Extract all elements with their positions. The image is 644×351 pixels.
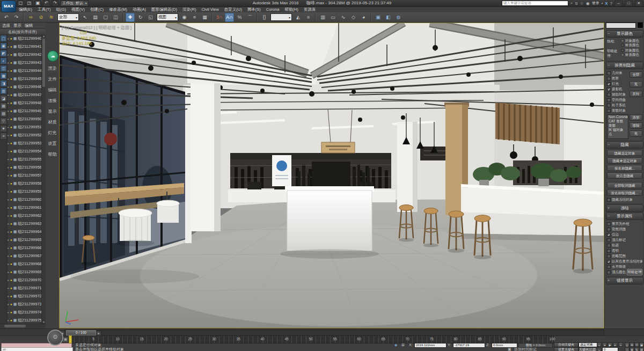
expand-arrow-icon[interactable]: ▸ [8,278,9,282]
scene-object-row[interactable]: ▸●▦组211299972 [8,292,42,300]
scene-object-row[interactable]: ▸●▦组211299968 [8,260,42,268]
render-setup-button[interactable]: ▣ [374,13,383,22]
menu-item-10[interactable]: 自定义(U) [222,6,245,12]
radio-icon[interactable] [621,43,624,47]
expand-arrow-icon[interactable]: ▸ [8,117,9,121]
visibility-dot-icon[interactable]: ● [10,126,12,129]
x-coordinate-field[interactable]: 2019.122mm [414,343,447,348]
display-helpers-icon[interactable]: ▦ [0,72,7,79]
key-mode-toggle-icon[interactable]: « [597,348,602,351]
category-none-button[interactable]: 无 [630,81,642,87]
checkbox-icon[interactable] [607,270,611,274]
checkbox-icon[interactable] [607,244,611,247]
menu-item-1[interactable]: 工具(T) [35,6,54,12]
checkbox-icon[interactable]: ✓ [607,233,611,237]
named-sets-dropdown[interactable]: ▾ [270,13,292,21]
expand-arrow-icon[interactable]: ▸ [8,77,9,81]
chevron-down-icon[interactable]: ▾ [602,2,603,5]
visibility-dot-icon[interactable]: ● [10,61,12,64]
expand-arrow-icon[interactable]: ▸ [8,189,9,193]
category-list-item[interactable]: IK 链对象 [608,128,628,132]
expand-arrow-icon[interactable]: ▸ [8,61,9,64]
scene-object-row[interactable]: ▸●▦组211299942 [8,50,42,58]
lock-icon[interactable]: ⊠ [401,343,405,347]
scene-object-row[interactable]: ▸●▦组211299945 [8,75,42,83]
scene-explorer-vertical-scrollbar[interactable]: ▲ ▼ [41,34,46,324]
scene-object-row[interactable]: ▸●▦组211299966 [8,244,42,252]
checkbox-icon[interactable]: ✓ [607,82,611,86]
viewport-label[interactable]: [+] [ Camera012 ] [ 明暗处理 + 边面 ] [62,24,131,30]
hide-button-2[interactable]: 按名称隐藏... [607,165,642,171]
visibility-dot-icon[interactable]: ● [10,45,12,48]
selection-region-button[interactable]: ▢ [101,13,110,22]
current-frame-field[interactable]: 0 [602,347,618,351]
user-icon[interactable]: ◉ [586,1,590,6]
visibility-dot-icon[interactable]: ● [10,166,12,169]
category-checkbox-row[interactable]: 空间扭曲 [607,97,630,103]
bind-to-space-warp-button[interactable]: ≋ [47,13,56,22]
redo-button[interactable]: ↷ [12,13,21,22]
display-lights-icon[interactable]: ◐ [0,57,7,64]
scrollbar-thumb[interactable] [42,39,45,87]
select-object-button[interactable]: ↖ [80,13,90,22]
category-checkbox-row[interactable]: ✓摄影机 [607,86,630,92]
menu-item-9[interactable]: Civil View [199,6,221,12]
visibility-dot-icon[interactable]: ● [10,295,12,298]
zoom-button[interactable]: ◎ [625,342,630,347]
category-checkbox-row[interactable]: 骨骼对象 [607,108,630,113]
rollout-header[interactable]: +冻结 [606,204,643,212]
explorer-menu-0[interactable]: 选择 [2,23,10,28]
scene-object-row[interactable]: ▸●▦组211299960 [8,195,42,203]
checkbox-icon[interactable] [607,104,611,107]
y-coordinate-field[interactable]: -27917.19 [453,343,485,348]
coord-system-dropdown[interactable]: 视图▾ [157,13,178,21]
display-property-row[interactable]: 显示为外框 [607,221,642,226]
plugin-item-3[interactable]: 连接 [46,98,59,104]
close-button[interactable]: ✕ [635,1,643,6]
visibility-dot-icon[interactable]: ● [10,214,12,217]
expand-arrow-icon[interactable]: ▸ [8,214,9,217]
search-history-icon[interactable]: ⌕ [570,1,573,6]
scene-object-row[interactable]: ▸●▦组211299955 [8,155,42,163]
list-remove-button[interactable]: 移除 [630,122,642,129]
visibility-dot-icon[interactable]: ● [10,262,12,266]
visibility-dot-icon[interactable]: ● [10,142,12,145]
max-application-menu-button[interactable]: MAX [1,1,16,12]
scene-object-row[interactable]: ▸●▦组211299957 [8,171,42,179]
maxscript-mini-listener-input[interactable]: ab [1,347,73,351]
rollout-header[interactable]: −隐藏 [606,141,643,149]
visibility-dot-icon[interactable]: ● [10,93,12,97]
use-pivot-center-button[interactable]: ◉ [180,13,189,22]
graphite-ribbon-button[interactable]: ▭ [328,13,338,22]
scene-object-row[interactable]: ▸●▦组211299973 [8,300,42,308]
spinner-snap-button[interactable]: ⌒ [245,13,254,22]
radio-icon[interactable] [621,53,624,56]
display-property-row[interactable]: 背面消隐 [607,226,642,232]
expand-arrow-icon[interactable]: ▸ [8,141,9,145]
scene-object-row[interactable]: ▸●▦组211299965 [8,236,42,244]
explorer-menu-2[interactable]: 编辑 [25,23,33,28]
category-invert-button[interactable]: 反转 [630,91,642,97]
visibility-dot-icon[interactable]: ● [10,101,12,105]
visibility-dot-icon[interactable]: ● [10,190,12,193]
visibility-dot-icon[interactable]: ● [10,69,12,72]
visibility-dot-icon[interactable]: ● [10,150,12,153]
expand-arrow-icon[interactable]: ▸ [8,53,9,56]
help-icon[interactable]: ? [610,1,612,6]
schematic-view-button[interactable]: ◇ [349,13,358,22]
checkbox-icon[interactable] [607,265,611,269]
checkbox-icon[interactable]: ✓ [607,260,611,264]
scene-object-row[interactable]: ▸●▦组211299956 [8,163,42,171]
key-filters-button[interactable]: 关键点过滤器... [579,347,597,351]
scene-object-row[interactable]: ▸●▦组211299975 [8,316,42,324]
visibility-dot-icon[interactable]: ● [10,109,12,113]
checkbox-icon[interactable] [607,228,611,231]
add-time-tag[interactable]: 添加时间标记 [514,347,537,351]
plugin-item-0[interactable]: 渲染 [46,65,59,71]
select-and-move-button[interactable]: ✚ [126,13,135,22]
display-spacewarps-icon[interactable]: ◨ [0,80,7,87]
field-of-view-button[interactable]: ◇ [625,347,630,351]
expand-arrow-icon[interactable]: ▸ [8,230,9,233]
subscription-icon[interactable]: S [575,1,577,6]
scene-object-row[interactable]: ▸●▦组211299941 [8,42,42,50]
